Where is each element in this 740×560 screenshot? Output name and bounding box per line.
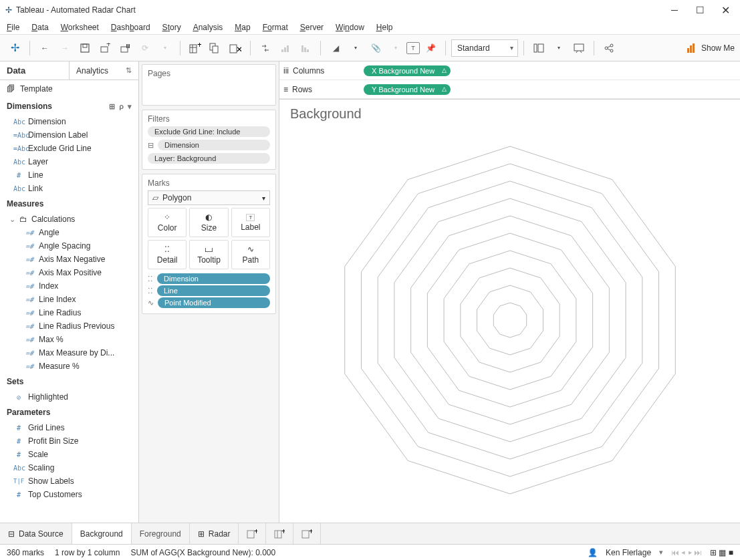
field-axis-max-positive[interactable]: =#Axis Max Positive bbox=[0, 266, 138, 279]
dropdown-icon[interactable]: ▾ bbox=[549, 39, 568, 57]
param-top-customers[interactable]: #Top Customers bbox=[0, 488, 138, 501]
filmstrip-icon[interactable]: ⊞ ▦ ■ bbox=[710, 548, 733, 557]
menu-dashboard[interactable]: Dashboard bbox=[111, 23, 150, 32]
save-button[interactable] bbox=[76, 39, 94, 57]
field-exclude-grid-line[interactable]: =AbcExclude Grid Line bbox=[0, 142, 138, 155]
marks-label-button[interactable]: TLabel bbox=[231, 208, 270, 237]
marks-detail-button[interactable]: ⁚⁚Detail bbox=[148, 240, 187, 269]
share-button[interactable] bbox=[600, 39, 618, 57]
sheet-tab-radar[interactable]: ⊞Radar bbox=[190, 523, 239, 544]
columns-shelf[interactable]: iiiColumns X Background New bbox=[279, 61, 740, 80]
field-angle[interactable]: =#Angle bbox=[0, 226, 138, 239]
field-line-index[interactable]: =#Line Index bbox=[0, 293, 138, 306]
pause-button[interactable] bbox=[116, 39, 134, 57]
status-user[interactable]: Ken Flerlage bbox=[606, 548, 651, 557]
rows-pill[interactable]: Y Background New bbox=[364, 84, 451, 95]
field-measure-pct[interactable]: =#Measure % bbox=[0, 360, 138, 373]
field-max-measure[interactable]: =#Max Measure by Di... bbox=[0, 346, 138, 360]
pages-card[interactable]: Pages bbox=[142, 64, 276, 106]
data-tab[interactable]: Data bbox=[0, 61, 69, 80]
sort-asc-button[interactable] bbox=[276, 39, 295, 57]
pin-button[interactable]: 📌 bbox=[421, 39, 440, 57]
analytics-tab[interactable]: Analytics⇅ bbox=[69, 61, 138, 80]
field-line[interactable]: #Line bbox=[0, 168, 138, 182]
param-show-labels[interactable]: T|FShow Labels bbox=[0, 474, 138, 488]
menu-help[interactable]: Help bbox=[376, 23, 393, 32]
field-layer[interactable]: AbcLayer bbox=[0, 155, 138, 168]
group-button[interactable]: 📎 bbox=[366, 39, 385, 57]
new-dashboard-tab[interactable]: + bbox=[266, 523, 293, 544]
filter-pill[interactable]: Exclude Grid Line: Include bbox=[148, 126, 270, 137]
menu-icon[interactable]: ▾ bbox=[128, 102, 132, 111]
label-button[interactable]: T bbox=[406, 42, 420, 54]
swap-button[interactable] bbox=[256, 39, 275, 57]
field-line-radius[interactable]: =#Line Radius bbox=[0, 306, 138, 319]
clear-button[interactable]: ✕ bbox=[226, 39, 245, 57]
field-max-pct[interactable]: =#Max % bbox=[0, 333, 138, 346]
marks-color-button[interactable]: ⁘Color bbox=[148, 208, 187, 237]
marks-size-button[interactable]: ◐Size bbox=[189, 208, 228, 237]
mark-pill[interactable]: Line bbox=[157, 285, 270, 296]
highlight-button[interactable]: ◢ bbox=[326, 39, 345, 57]
menu-data[interactable]: Data bbox=[31, 23, 48, 32]
field-dimension[interactable]: AbcDimension bbox=[0, 115, 138, 128]
set-highlighted[interactable]: ⊘Highlighted bbox=[0, 390, 138, 404]
viz-title[interactable]: Background bbox=[290, 106, 729, 122]
mark-pill[interactable]: Dimension bbox=[157, 273, 270, 284]
sheet-tab-background[interactable]: Background bbox=[72, 523, 132, 544]
marks-tooltip-button[interactable]: ⌴Tooltip bbox=[189, 240, 228, 269]
filter-pill[interactable]: Dimension bbox=[158, 140, 270, 150]
duplicate-button[interactable] bbox=[206, 39, 225, 57]
marks-type-select[interactable]: ▱Polygon bbox=[148, 190, 270, 205]
fit-select[interactable]: Standard bbox=[451, 39, 518, 57]
showme-button[interactable]: Show Me bbox=[687, 43, 735, 53]
datasource-row[interactable]: 🗐 Template bbox=[0, 80, 138, 98]
rows-shelf[interactable]: ≡Rows Y Background New bbox=[279, 80, 740, 99]
filter-pill[interactable]: Layer: Background bbox=[148, 153, 270, 164]
dropdown-icon[interactable]: ▾ bbox=[346, 39, 365, 57]
menu-map[interactable]: Map bbox=[235, 23, 250, 32]
mark-pill[interactable]: Point Modified bbox=[158, 297, 270, 308]
columns-pill[interactable]: X Background New bbox=[364, 65, 451, 76]
menu-window[interactable]: Window bbox=[336, 23, 364, 32]
field-dimension-label[interactable]: =AbcDimension Label bbox=[0, 128, 138, 142]
param-grid-lines[interactable]: #Grid Lines bbox=[0, 421, 138, 434]
field-index[interactable]: =#Index bbox=[0, 279, 138, 293]
menu-worksheet[interactable]: Worksheet bbox=[61, 23, 99, 32]
presentation-button[interactable] bbox=[570, 39, 588, 57]
calculations-folder[interactable]: ⌄🗀Calculations bbox=[0, 213, 138, 226]
refresh-button[interactable]: ⟳ bbox=[136, 39, 154, 57]
field-axis-max-negative[interactable]: =#Axis Max Negative bbox=[0, 253, 138, 266]
dropdown-icon[interactable]: ▾ bbox=[659, 548, 663, 557]
view-cards-button[interactable] bbox=[529, 39, 548, 57]
param-profit-bin[interactable]: #Profit Bin Size bbox=[0, 434, 138, 448]
search-icon[interactable]: ρ bbox=[119, 102, 124, 111]
new-story-tab[interactable]: + bbox=[293, 523, 321, 544]
menu-server[interactable]: Server bbox=[300, 23, 324, 32]
datasource-tab[interactable]: ⊟Data Source bbox=[0, 523, 72, 544]
marks-path-button[interactable]: ∿Path bbox=[231, 240, 270, 269]
menu-analysis[interactable]: Analysis bbox=[193, 23, 223, 32]
menu-story[interactable]: Story bbox=[162, 23, 181, 32]
new-worksheet-button[interactable]: + bbox=[186, 39, 205, 57]
maximize-button[interactable]: ☐ bbox=[693, 3, 707, 17]
close-button[interactable]: ✕ bbox=[719, 3, 732, 17]
field-line-radius-previous[interactable]: =#Line Radius Previous bbox=[0, 319, 138, 333]
field-angle-spacing[interactable]: =#Angle Spacing bbox=[0, 239, 138, 253]
param-scale[interactable]: #Scale bbox=[0, 448, 138, 461]
dropdown-icon[interactable]: ▾ bbox=[386, 39, 405, 57]
field-link[interactable]: AbcLink bbox=[0, 182, 138, 195]
new-datasource-button[interactable]: + bbox=[96, 39, 114, 57]
sort-desc-button[interactable] bbox=[296, 39, 315, 57]
tableau-icon[interactable]: ✢ bbox=[5, 39, 24, 57]
forward-button[interactable]: → bbox=[55, 39, 74, 57]
param-scaling[interactable]: AbcScaling bbox=[0, 461, 138, 474]
sheet-tab-foreground[interactable]: Foreground bbox=[132, 523, 190, 544]
menu-format[interactable]: Format bbox=[263, 23, 288, 32]
back-button[interactable]: ← bbox=[35, 39, 54, 57]
new-worksheet-tab[interactable]: + bbox=[239, 523, 266, 544]
view-toggle-icon[interactable]: ⊞ bbox=[109, 102, 115, 111]
minimize-button[interactable]: ─ bbox=[668, 3, 681, 17]
menu-file[interactable]: File bbox=[7, 23, 19, 32]
dropdown-icon[interactable]: ▾ bbox=[156, 39, 174, 57]
